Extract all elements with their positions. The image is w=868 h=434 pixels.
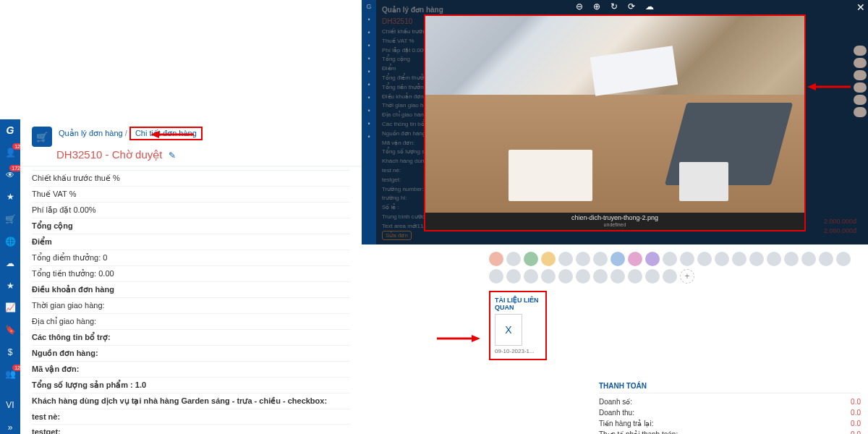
avatar[interactable]	[836, 252, 851, 266]
pay-row-label: Thực tế phải thanh toán:	[599, 430, 678, 434]
sidebar-item-globe[interactable]: 🌐	[2, 234, 18, 248]
avatar[interactable]	[489, 269, 503, 284]
avatar[interactable]	[732, 252, 746, 266]
avatar[interactable]	[663, 252, 677, 266]
avatar[interactable]	[576, 269, 590, 284]
row-source: Nguồn đơn hàng:	[32, 349, 98, 357]
row-points: Tổng điểm thưởng: 0	[32, 253, 107, 262]
pay-row-label: Doanh thu:	[599, 409, 634, 417]
pay-row-value: 0.0	[851, 420, 861, 427]
star-icon: ★	[7, 281, 14, 291]
add-avatar-button[interactable]: +	[680, 269, 694, 284]
sidebar-item-eye[interactable]: 👁172	[2, 168, 18, 182]
svg-marker-3	[807, 83, 816, 90]
avatar[interactable]	[541, 269, 556, 284]
lang-toggle[interactable]: VI	[2, 399, 18, 412]
sidebar-item-money[interactable]: $	[2, 345, 18, 359]
app-logo[interactable]: G	[2, 124, 18, 137]
avatar[interactable]	[645, 252, 660, 266]
sidebar-item-person[interactable]: 👤12	[2, 146, 18, 160]
avatar[interactable]	[697, 252, 712, 266]
sidebar-item-cart[interactable]: 🛒	[2, 213, 18, 226]
avatar[interactable]	[558, 252, 573, 266]
row-shipcode: Mã vận đơn:	[32, 365, 79, 373]
sidebar-item-star2[interactable]: ★	[2, 278, 18, 292]
annotation-arrow	[437, 333, 480, 346]
row-testget: testget:	[32, 427, 61, 434]
sidebar-item-cloud[interactable]: ☁	[2, 257, 18, 271]
row-extra-hdr: Các thông tin bổ trợ:	[32, 333, 111, 341]
order-header: 🛒 Quản lý đơn hàng / Chi tiết đơn hàng D…	[20, 119, 362, 166]
row-garden: Khách hàng dùng dịch vụ tại nhà hàng Gar…	[32, 396, 327, 405]
sidebar-item-bookmark[interactable]: 🔖	[2, 323, 18, 337]
bookmark-icon: 🔖	[5, 325, 16, 335]
section-header: THANH TOÁN	[599, 379, 861, 393]
cart-icon: 🛒	[32, 127, 52, 147]
row-qty: Tổng số lượng sản phẩm : 1.0	[32, 380, 146, 389]
avatar[interactable]	[576, 252, 590, 266]
avatar[interactable]	[767, 252, 781, 266]
avatar[interactable]	[593, 252, 608, 266]
row-vat: Thuế VAT %	[32, 190, 76, 198]
avatar[interactable]	[749, 252, 764, 266]
collapse-toggle[interactable]: »	[2, 420, 18, 434]
avatar[interactable]	[628, 252, 642, 266]
pay-row-value: 0.0	[851, 430, 861, 434]
avatar[interactable]	[645, 269, 660, 284]
avatar[interactable]	[784, 252, 799, 266]
payment-summary: THANH TOÁN Doanh số:0.0 Doanh thu:0.0 Ti…	[599, 379, 861, 434]
row-points-hdr: Điểm	[32, 237, 52, 246]
order-status: Chờ duyệt	[112, 148, 163, 161]
globe-icon: 🌐	[5, 237, 16, 247]
image-viewer-toolbar: ⊖ ⊕ ↻ ⟳ ☁	[362, 1, 868, 14]
image-viewer[interactable]: chien-dich-truyen-thong-2.png undefined	[424, 14, 806, 231]
avatar[interactable]	[715, 252, 729, 266]
avatar[interactable]	[801, 252, 816, 266]
svg-marker-5	[472, 335, 480, 342]
zoom-in-icon[interactable]: ⊕	[593, 1, 600, 14]
row-bonus: Tổng tiền thưởng: 0.00	[32, 269, 114, 278]
avatar[interactable]	[541, 252, 556, 266]
edit-icon[interactable]: ✎	[169, 150, 176, 161]
chart-icon: 📈	[5, 302, 16, 312]
avatar[interactable]	[524, 252, 538, 266]
sidebar-item-star[interactable]: ★	[2, 190, 18, 204]
order-title: DH32510 - Chờ duyệt ✎	[56, 148, 350, 161]
row-installfee: Phí lắp đặt 0.00%	[32, 205, 96, 214]
avatar[interactable]	[524, 269, 538, 284]
sidebar-item-users[interactable]: 👥12	[2, 367, 18, 381]
pay-row-label: Doanh số:	[599, 398, 632, 406]
sidebar-nav: G 👤12 👁172 ★ 🛒 🌐 ☁ ★ 📈 🔖 $ 👥12 VI »	[0, 119, 20, 434]
cart-icon: 🛒	[5, 214, 16, 224]
download-icon[interactable]: ☁	[645, 1, 654, 14]
breadcrumb-root[interactable]: Quản lý đơn hàng	[59, 129, 123, 137]
pay-row-value: 0.0	[851, 398, 861, 406]
close-icon[interactable]: ✕	[856, 1, 865, 13]
avatar[interactable]	[506, 252, 521, 266]
document-filename: 09-10-2023-1...	[495, 348, 541, 354]
avatar[interactable]	[593, 269, 608, 284]
order-code: DH32510	[56, 148, 102, 161]
avatar[interactable]	[819, 252, 833, 266]
document-thumbnail[interactable]: X	[495, 314, 522, 346]
sidebar-item-chart[interactable]: 📈	[2, 301, 18, 315]
row-terms-hdr: Điều khoản đơn hàng	[32, 285, 114, 294]
image-caption: chien-dich-truyen-thong-2.png undefined	[425, 213, 804, 230]
row-test: test nè:	[32, 412, 60, 421]
avatar[interactable]	[506, 269, 521, 284]
refresh-icon[interactable]: ⟳	[628, 1, 635, 14]
zoom-out-icon[interactable]: ⊖	[576, 1, 583, 14]
rotate-icon[interactable]: ↻	[610, 1, 618, 14]
avatar[interactable]	[610, 269, 625, 284]
star-icon: ★	[7, 192, 14, 202]
avatar[interactable]	[680, 252, 694, 266]
avatar[interactable]	[610, 252, 625, 266]
avatar[interactable]	[628, 269, 642, 284]
contact-avatars: +	[485, 249, 861, 286]
avatar[interactable]	[489, 252, 503, 266]
avatar[interactable]	[558, 269, 573, 284]
row-delivery-addr: Địa chỉ giao hàng:	[32, 317, 96, 326]
row-delivery-time: Thời gian giao hàng:	[32, 301, 105, 310]
annotation-arrow	[150, 129, 194, 142]
avatar[interactable]	[663, 269, 677, 284]
